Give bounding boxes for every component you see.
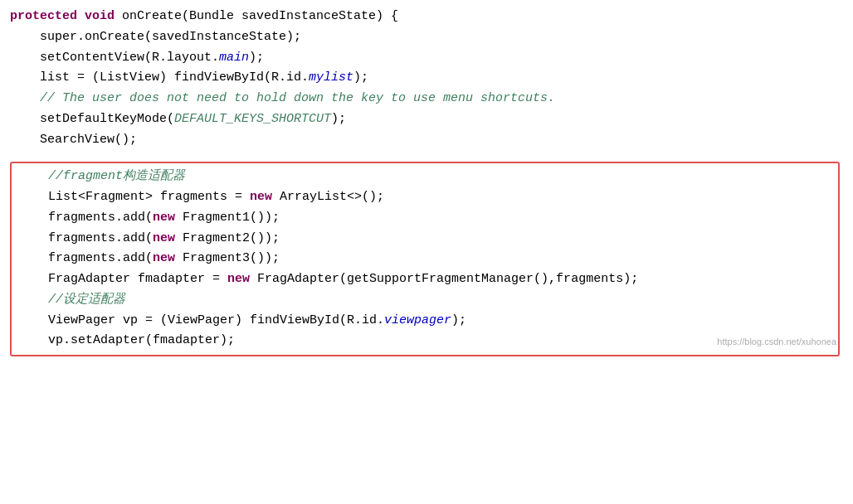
watermark: https://blog.csdn.net/xuhonea — [717, 335, 836, 350]
code-block-before-box: protected void onCreate(Bundle savedInst… — [10, 7, 843, 150]
highlighted-code-box: //fragment构造适配器 List<Fragment> fragments… — [10, 162, 840, 356]
code-container: protected void onCreate(Bundle savedInst… — [10, 7, 843, 356]
